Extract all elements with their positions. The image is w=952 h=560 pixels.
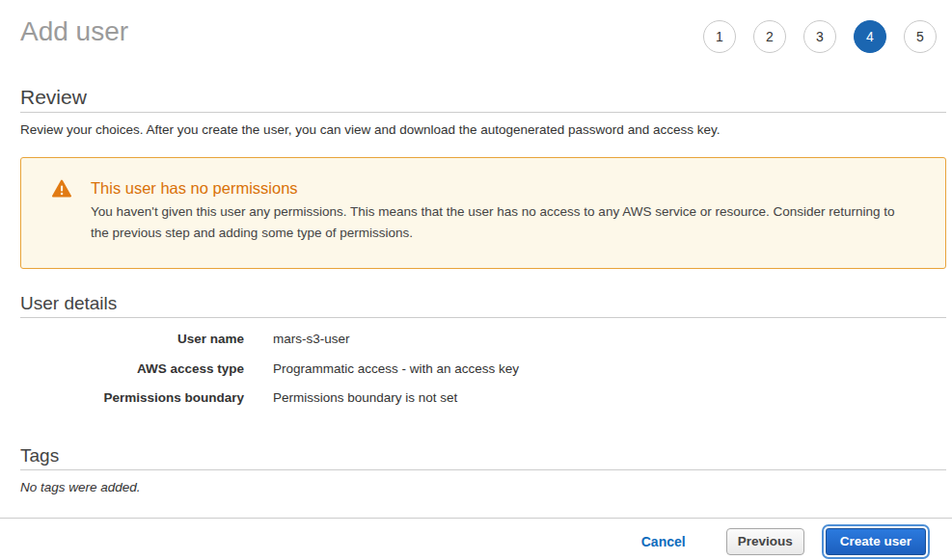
detail-value-permissions-boundary: Permissions boundary is not set	[273, 384, 946, 413]
detail-value-user-name: mars-s3-user	[273, 325, 946, 355]
step-circle-1[interactable]: 1	[703, 20, 736, 53]
user-details-heading: User details	[20, 292, 946, 315]
warning-triangle-icon	[52, 177, 91, 244]
main-content: Review Review your choices. After you cr…	[0, 85, 952, 495]
page-title: Add user	[20, 15, 128, 48]
tags-empty-text: No tags were added.	[20, 480, 946, 495]
step-circle-4[interactable]: 4	[854, 20, 886, 53]
tags-heading: Tags	[20, 444, 946, 467]
divider	[20, 112, 946, 113]
warning-title: This user has no permissions	[91, 177, 911, 199]
create-user-button[interactable]: Create user	[826, 528, 926, 555]
cancel-link[interactable]: Cancel	[641, 534, 686, 549]
review-heading: Review	[20, 85, 946, 110]
step-circle-3[interactable]: 3	[803, 20, 836, 53]
detail-label-access-type: AWS access type	[20, 355, 244, 385]
detail-value-access-type: Programmatic access - with an access key	[273, 355, 946, 385]
step-circle-5[interactable]: 5	[904, 20, 937, 53]
wizard-header: Add user 1 2 3 4 5	[0, 0, 952, 53]
review-description: Review your choices. After you create th…	[20, 122, 946, 138]
previous-button[interactable]: Previous	[726, 528, 804, 555]
no-permissions-warning-banner: This user has no permissions You haven't…	[20, 157, 946, 269]
divider	[20, 469, 946, 470]
warning-body: You haven't given this user any permissi…	[91, 201, 911, 244]
step-circle-2[interactable]: 2	[753, 20, 786, 53]
divider	[20, 317, 946, 318]
detail-label-permissions-boundary: Permissions boundary	[20, 384, 244, 413]
user-details-table: User name mars-s3-user AWS access type P…	[20, 325, 946, 413]
warning-text-block: This user has no permissions You haven't…	[91, 177, 911, 244]
wizard-footer: Cancel Previous Create user	[0, 519, 952, 555]
wizard-step-indicator: 1 2 3 4 5	[703, 20, 937, 53]
detail-label-user-name: User name	[20, 325, 244, 355]
